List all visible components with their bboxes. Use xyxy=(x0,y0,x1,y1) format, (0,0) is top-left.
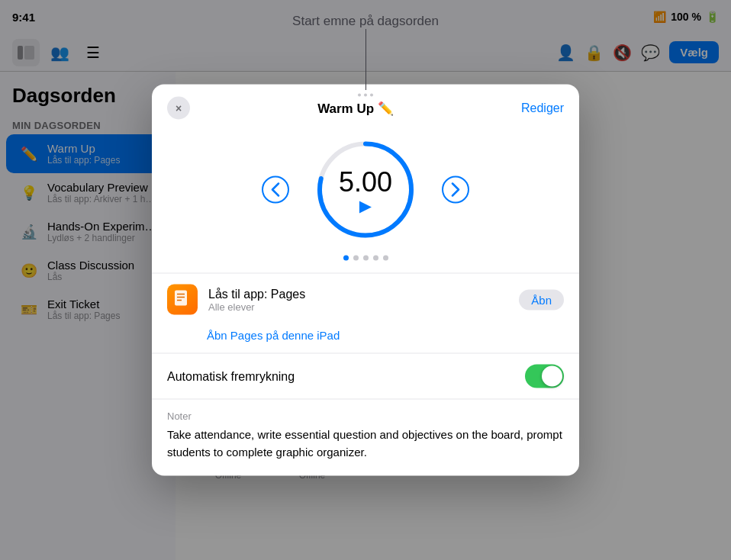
notes-label: Noter xyxy=(167,410,564,422)
page-dot-5 xyxy=(383,256,388,261)
page-dot-3 xyxy=(363,256,369,261)
auto-advance-toggle[interactable] xyxy=(525,365,564,388)
app-lock-row: Lås til app: Pages Alle elever Åbn xyxy=(152,274,579,326)
auto-advance-row: Automatisk fremrykning xyxy=(152,353,579,399)
svg-rect-4 xyxy=(175,291,187,306)
open-link-row: Åbn Pages på denne iPad xyxy=(152,326,579,353)
app-lock-title: Lås til app: Pages xyxy=(208,287,508,301)
modal-header: × Warm Up ✏️ Rediger xyxy=(152,85,579,129)
timer-next-button[interactable] xyxy=(442,176,469,204)
modal-dialog: × Warm Up ✏️ Rediger 5.00 xyxy=(152,85,579,476)
modal-close-button[interactable]: × xyxy=(167,97,190,120)
timer-play-icon xyxy=(359,201,372,214)
timer-section: 5.00 xyxy=(152,129,579,256)
notes-text: Take attendance, write essential questio… xyxy=(167,426,564,461)
modal-drag-dots xyxy=(358,94,373,97)
timer-value: 5.00 xyxy=(339,166,392,198)
modal-edit-button[interactable]: Rediger xyxy=(521,101,564,115)
page-dot-1 xyxy=(343,256,349,261)
callout-line xyxy=(366,29,366,90)
app-lock-subtitle: Alle elever xyxy=(208,301,508,312)
page-dot-4 xyxy=(373,256,378,261)
open-app-button[interactable]: Åbn xyxy=(519,289,564,310)
open-pages-link[interactable]: Åbn Pages på denne iPad xyxy=(207,329,340,342)
timer-circle: 5.00 xyxy=(312,137,419,243)
page-dot-2 xyxy=(353,256,359,261)
page-dots xyxy=(152,256,579,273)
auto-advance-label: Automatisk fremrykning xyxy=(167,369,525,383)
toggle-knob xyxy=(542,366,562,387)
modal-title: Warm Up ✏️ xyxy=(190,100,521,116)
pages-app-icon xyxy=(167,285,198,315)
notes-section: Noter Take attendance, write essential q… xyxy=(152,399,579,476)
timer-prev-button[interactable] xyxy=(262,176,289,204)
callout-label: Start emne på dagsorden xyxy=(292,14,439,29)
